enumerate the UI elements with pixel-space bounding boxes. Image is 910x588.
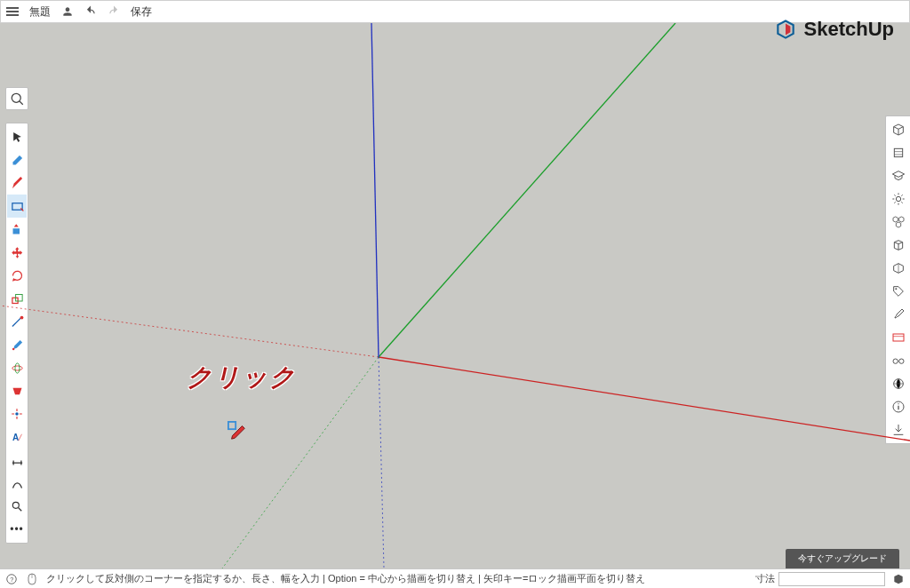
- svg-line-23: [371, 23, 379, 357]
- mouse-hint-button[interactable]: [27, 573, 37, 585]
- upgrade-label: 今すぐアップグレード: [798, 553, 887, 563]
- cursor-pencil-icon: [228, 421, 247, 441]
- redo-icon: [108, 5, 120, 18]
- axes-icon: [0, 23, 910, 568]
- account-button[interactable]: [61, 5, 74, 18]
- annotation-label: クリック: [187, 361, 297, 394]
- redo-button[interactable]: [108, 5, 120, 18]
- 3d-viewport[interactable]: クリック: [0, 23, 910, 568]
- user-icon: [61, 5, 74, 18]
- help-button[interactable]: ?: [5, 573, 18, 585]
- mouse-icon: [27, 573, 37, 585]
- save-button[interactable]: 保存: [131, 4, 152, 20]
- document-title: 無題: [29, 4, 51, 20]
- cursor-marker: [228, 421, 243, 437]
- hamburger-icon: [6, 7, 19, 16]
- sketchup-small-icon: [892, 573, 905, 585]
- svg-line-20: [0, 306, 379, 357]
- undo-button[interactable]: [84, 5, 97, 18]
- svg-line-19: [379, 357, 910, 441]
- svg-line-21: [379, 23, 675, 357]
- dimension-input[interactable]: [778, 572, 885, 586]
- status-bar: ? クリックして反対側のコーナーを指定するか、長さ、幅を入力 | Option …: [0, 568, 910, 588]
- help-icon: ?: [5, 573, 18, 585]
- upgrade-button[interactable]: 今すぐアップグレード: [786, 549, 899, 568]
- menu-button[interactable]: [6, 7, 19, 16]
- svg-text:?: ?: [10, 576, 13, 582]
- undo-icon: [84, 5, 97, 18]
- status-hint: クリックして反対側のコーナーを指定するか、長さ、幅を入力 | Option = …: [46, 572, 645, 585]
- dimension-label: 寸法: [755, 572, 775, 585]
- svg-rect-25: [228, 422, 235, 429]
- svg-line-24: [379, 357, 384, 568]
